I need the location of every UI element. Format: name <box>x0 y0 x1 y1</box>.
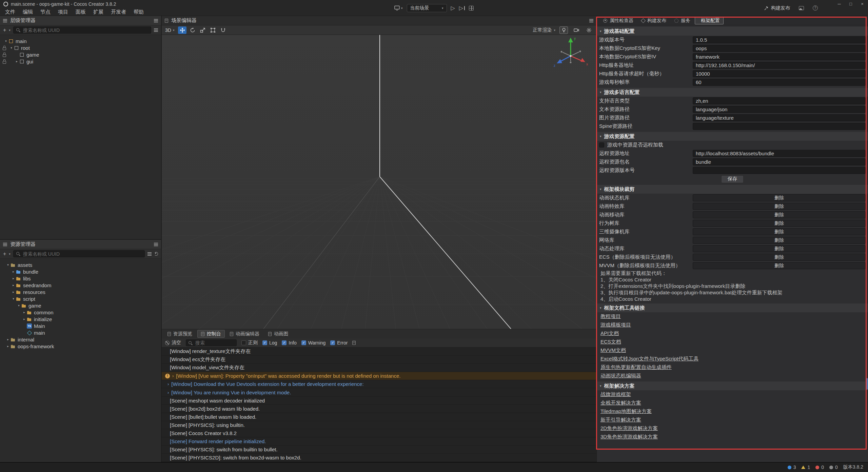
scale-tool-button[interactable] <box>198 26 207 34</box>
hierarchy-search[interactable] <box>13 26 151 34</box>
tree-node[interactable]: ▸ bundle <box>0 268 161 275</box>
gallery-icon[interactable] <box>799 6 804 10</box>
field-input[interactable]: framework <box>693 53 866 60</box>
remote-load-checkbox[interactable] <box>599 142 604 148</box>
tree-node[interactable]: TS Main <box>0 322 161 329</box>
tree-node[interactable]: ▸ common <box>0 309 161 316</box>
autoscroll-icon[interactable] <box>352 341 356 345</box>
section-header-solutions[interactable]: ▾ 框架解决方案 <box>597 381 868 390</box>
tree-arrow-icon[interactable]: ▸ <box>11 270 16 273</box>
status-error-count[interactable]: 0 <box>815 465 824 470</box>
maximize-button[interactable]: □ <box>848 1 853 6</box>
tree-arrow-icon[interactable]: ▾ <box>16 304 21 307</box>
tree-arrow-icon[interactable]: ▸ <box>11 283 16 287</box>
log-row[interactable]: [Scene] [PHYSICS2D]: switch from box2d-w… <box>162 454 596 462</box>
log-expand-chevron-icon[interactable]: › <box>172 373 174 378</box>
render-mode-select[interactable]: 正常渲染 ▾ <box>533 27 555 33</box>
solution-link[interactable]: 2D角色扮演游戏解决方案 <box>600 425 658 432</box>
doc-link[interactable]: ECS文档 <box>600 339 621 345</box>
menu-item[interactable]: 扩展 <box>90 9 107 15</box>
doc-link[interactable]: 教程项目 <box>600 313 621 320</box>
help-icon[interactable] <box>813 5 818 11</box>
panel-menu-icon[interactable] <box>3 243 7 246</box>
log-row[interactable]: [Scene] Forward render pipeline initiali… <box>162 437 596 446</box>
checkbox[interactable]: ✓ <box>330 340 335 345</box>
preview-layout-icon[interactable] <box>469 6 474 11</box>
console-search[interactable] <box>186 339 237 346</box>
section-header-docs[interactable]: ▾ 框架文档工具链接 <box>597 303 868 312</box>
console-filter[interactable]: 正则 <box>241 340 258 346</box>
doc-link[interactable]: API文档 <box>600 330 619 337</box>
menu-item[interactable]: 帮助 <box>130 9 147 15</box>
delete-button[interactable]: 删除 <box>693 245 866 252</box>
minimize-button[interactable]: ─ <box>837 1 842 6</box>
solution-link[interactable]: 新手引导解决方案 <box>600 417 641 423</box>
menu-item[interactable]: 文件 <box>1 9 19 15</box>
solution-link[interactable]: 战旗游戏框架 <box>600 391 631 398</box>
section-header-res[interactable]: ▾ 游戏资源配置 <box>597 132 868 141</box>
lighting-toggle-button[interactable] <box>559 26 568 34</box>
field-input[interactable]: bundle <box>693 158 866 165</box>
status-log-count[interactable]: 3 <box>788 465 796 470</box>
field-input[interactable]: oops <box>693 45 866 52</box>
sort-icon[interactable] <box>147 252 152 256</box>
log-row[interactable]: [Scene] [bullet]:bullet wasm lib loaded. <box>162 413 596 421</box>
solution-link[interactable]: Tiledmap地图解决方案 <box>600 408 652 415</box>
field-input[interactable] <box>693 167 866 174</box>
snap-tool-button[interactable] <box>219 26 227 34</box>
menu-item[interactable]: 节点 <box>37 9 54 15</box>
tree-arrow-icon[interactable]: ▸ <box>11 277 16 280</box>
section-header-i18n[interactable]: ▾ 游戏多语言配置 <box>597 88 868 97</box>
delete-button[interactable]: 删除 <box>693 203 866 210</box>
tree-node[interactable]: ▾ game <box>0 302 161 309</box>
tree-arrow-icon[interactable]: ▸ <box>14 60 19 63</box>
close-button[interactable]: × <box>860 1 865 6</box>
tree-node[interactable]: ▸ initialize <box>0 316 161 322</box>
console-filter[interactable]: ✓ Warning <box>301 340 326 346</box>
console-clear-button[interactable]: 清空 <box>165 340 181 346</box>
tree-arrow-icon[interactable]: ▸ <box>5 338 11 341</box>
tree-arrow-icon[interactable]: ▸ <box>22 317 27 321</box>
hamburger-icon[interactable] <box>154 243 158 246</box>
inspector-tab[interactable]: 服务 <box>671 17 694 24</box>
step-button[interactable]: ▷ <box>459 5 465 11</box>
solution-link[interactable]: 全栈开发解决方案 <box>600 400 641 406</box>
delete-button[interactable]: 删除 <box>693 194 866 201</box>
delete-button[interactable]: 删除 <box>693 237 866 244</box>
current-scene-select[interactable]: 当前场景 ▾ <box>407 4 447 12</box>
field-input[interactable]: http://192.168.0.150/main/ <box>693 62 866 69</box>
axis-gizmo[interactable]: y x z <box>550 35 591 76</box>
field-input[interactable]: http://localhost:8083/assets/bundle <box>693 150 866 157</box>
assets-search-input[interactable] <box>22 251 142 257</box>
tree-node[interactable]: ▾ assets <box>0 261 161 268</box>
solution-link[interactable]: 3D角色扮演游戏解决方案 <box>600 434 658 440</box>
scene-settings-button[interactable] <box>585 26 593 34</box>
console-tab[interactable]: 动画编辑器 <box>226 330 263 338</box>
save-button[interactable]: 保存 <box>721 175 744 183</box>
menu-item[interactable]: 项目 <box>54 9 72 15</box>
tree-arrow-icon[interactable]: ▾ <box>5 263 11 267</box>
checkbox[interactable] <box>241 340 246 345</box>
field-input[interactable]: language/json <box>693 106 866 113</box>
field-input[interactable]: 10000 <box>693 70 866 77</box>
console-tab[interactable]: 资源预览 <box>164 330 196 338</box>
tree-node[interactable]: game <box>0 51 161 58</box>
hamburger-icon[interactable] <box>154 19 158 22</box>
console-search-input[interactable] <box>195 340 234 346</box>
inspector-tab[interactable]: 框架配置 <box>695 17 724 24</box>
menu-item[interactable]: 开发者 <box>107 9 130 15</box>
hierarchy-search-input[interactable] <box>22 27 149 33</box>
hamburger-icon[interactable] <box>589 19 593 22</box>
delete-button[interactable]: 删除 <box>693 254 866 261</box>
play-button[interactable]: ▷ <box>451 5 455 11</box>
field-input[interactable] <box>693 123 866 130</box>
doc-link[interactable]: 动画状态机编辑器 <box>600 373 641 379</box>
tree-node[interactable]: ▸ resources <box>0 289 161 295</box>
filter-icon[interactable] <box>154 28 158 32</box>
field-input[interactable]: zh,en <box>693 97 866 104</box>
checkbox[interactable]: ✓ <box>282 340 287 345</box>
tree-arrow-icon[interactable]: ▾ <box>3 39 8 43</box>
menu-item[interactable]: 面板 <box>72 9 90 15</box>
field-input[interactable]: 60 <box>693 79 866 86</box>
log-row[interactable]: › [Window] Download the Vue Devtools ext… <box>162 380 596 388</box>
